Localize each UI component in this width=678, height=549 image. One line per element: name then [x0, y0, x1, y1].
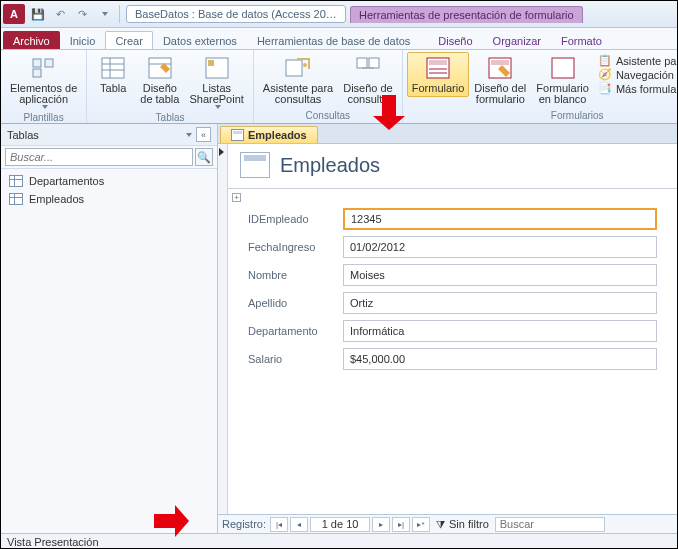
- field-input-fechaingreso[interactable]: [343, 236, 657, 258]
- form-button[interactable]: Formulario: [407, 52, 470, 97]
- doc-tab-label: Empleados: [248, 129, 307, 141]
- document-tabs: Empleados: [218, 124, 677, 144]
- field-input-apellido[interactable]: [343, 292, 657, 314]
- field-label: Salario: [248, 353, 343, 365]
- svg-rect-11: [286, 60, 302, 76]
- nav-header-label: Tablas: [7, 129, 39, 141]
- client-area: Empleados Empleados + IDEmpleadoFechaIng…: [218, 124, 677, 533]
- field-row: FechaIngreso: [248, 236, 657, 258]
- nav-search-input[interactable]: [5, 148, 193, 166]
- save-icon[interactable]: 💾: [29, 5, 47, 23]
- nav-search: 🔍: [1, 146, 217, 169]
- filter-indicator[interactable]: ⧩ Sin filtro: [436, 518, 489, 531]
- field-row: Nombre: [248, 264, 657, 286]
- query-design-button[interactable]: Diseño de consulta: [338, 52, 398, 108]
- nav-item-empleados[interactable]: Empleados: [5, 190, 213, 208]
- svg-rect-22: [552, 58, 574, 78]
- field-row: Salario: [248, 348, 657, 370]
- nav-item-label: Empleados: [29, 193, 84, 205]
- doc-tab-empleados[interactable]: Empleados: [220, 126, 318, 143]
- more-forms-label: Más formularios: [616, 83, 678, 95]
- blank-form-button[interactable]: Formulario en blanco: [531, 52, 594, 108]
- form-wizard-label: Asistente para formularios: [616, 55, 678, 67]
- table-design-button[interactable]: Diseño de tabla: [135, 52, 184, 108]
- svg-rect-21: [491, 60, 509, 65]
- record-selector-bar[interactable]: [218, 144, 228, 514]
- prev-record-button[interactable]: ◂: [290, 517, 308, 532]
- field-label: Apellido: [248, 297, 343, 309]
- tab-database-tools[interactable]: Herramientas de base de datos: [247, 31, 420, 49]
- sharepoint-label: Listas SharePoint: [189, 83, 243, 105]
- form-design-label: Diseño del formulario: [474, 83, 526, 105]
- field-input-salario[interactable]: [343, 348, 657, 370]
- form-title: Empleados: [280, 154, 380, 177]
- expand-subform-icon[interactable]: +: [232, 193, 241, 202]
- table-icon: [9, 175, 23, 187]
- query-wizard-button[interactable]: Asistente para consultas: [258, 52, 338, 108]
- tab-home[interactable]: Inicio: [60, 31, 106, 49]
- ribbon-tabs: Archivo Inicio Crear Datos externos Herr…: [1, 28, 677, 50]
- navigation-label: Navegación: [616, 69, 674, 81]
- svg-rect-17: [429, 60, 447, 65]
- tab-file[interactable]: Archivo: [3, 31, 60, 49]
- next-record-button[interactable]: ▸: [372, 517, 390, 532]
- nav-dropdown-icon[interactable]: [186, 133, 192, 137]
- record-position[interactable]: 1 de 10: [310, 517, 370, 532]
- form-view: Empleados + IDEmpleadoFechaIngresoNombre…: [218, 144, 677, 514]
- app-parts-icon: [30, 55, 58, 81]
- navigation-button[interactable]: 🧭Navegación: [598, 68, 678, 81]
- field-input-idempleado[interactable]: [343, 208, 657, 230]
- svg-rect-13: [357, 58, 367, 68]
- svg-rect-10: [208, 60, 214, 66]
- sharepoint-icon: [203, 55, 231, 81]
- current-record-indicator-icon: [219, 148, 224, 156]
- field-label: Departamento: [248, 325, 343, 337]
- filter-icon: ⧩: [436, 518, 445, 531]
- tab-create[interactable]: Crear: [105, 31, 153, 49]
- nav-header[interactable]: Tablas «: [1, 124, 217, 146]
- nav-item-departamentos[interactable]: Departamentos: [5, 172, 213, 190]
- first-record-button[interactable]: |◂: [270, 517, 288, 532]
- svg-rect-1: [45, 59, 53, 67]
- field-row: Apellido: [248, 292, 657, 314]
- sharepoint-lists-button[interactable]: Listas SharePoint: [184, 52, 248, 112]
- status-text: Vista Presentación: [7, 536, 99, 548]
- form-design-button[interactable]: Diseño del formulario: [469, 52, 531, 108]
- undo-icon[interactable]: ↶: [51, 5, 69, 23]
- svg-rect-3: [102, 58, 124, 78]
- tab-organize[interactable]: Organizar: [483, 31, 551, 49]
- tab-design[interactable]: Diseño: [428, 31, 482, 49]
- redo-icon[interactable]: ↷: [73, 5, 91, 23]
- svg-rect-14: [369, 58, 379, 68]
- window-title: BaseDatos : Base de datos (Access 2007 -…: [126, 5, 346, 23]
- qat-customize-icon[interactable]: [95, 5, 113, 23]
- field-label: FechaIngreso: [248, 241, 343, 253]
- table-design-label: Diseño de tabla: [140, 83, 179, 105]
- nav-collapse-icon[interactable]: «: [196, 127, 211, 142]
- query-wizard-icon: [284, 55, 312, 81]
- field-label: Nombre: [248, 269, 343, 281]
- new-record-button[interactable]: ▸*: [412, 517, 430, 532]
- last-record-button[interactable]: ▸|: [392, 517, 410, 532]
- recnav-search-input[interactable]: [495, 517, 605, 532]
- field-label: IDEmpleado: [248, 213, 343, 225]
- blank-form-icon: [549, 55, 577, 81]
- query-wizard-label: Asistente para consultas: [263, 83, 333, 105]
- query-design-label: Diseño de consulta: [343, 83, 393, 105]
- form-wizard-button[interactable]: 📋Asistente para formularios: [598, 54, 678, 67]
- search-icon[interactable]: 🔍: [195, 148, 213, 166]
- app-parts-label: Elementos de aplicación: [10, 83, 77, 105]
- title-bar: A 💾 ↶ ↷ BaseDatos : Base de datos (Acces…: [1, 1, 677, 28]
- nav-item-label: Departamentos: [29, 175, 104, 187]
- query-design-icon: [354, 55, 382, 81]
- app-parts-button[interactable]: Elementos de aplicación: [5, 52, 82, 112]
- field-input-nombre[interactable]: [343, 264, 657, 286]
- table-label: Tabla: [100, 83, 126, 94]
- field-input-departamento[interactable]: [343, 320, 657, 342]
- status-bar: Vista Presentación: [1, 533, 677, 549]
- table-button[interactable]: Tabla: [91, 52, 135, 97]
- tab-format[interactable]: Formato: [551, 31, 612, 49]
- tab-external-data[interactable]: Datos externos: [153, 31, 247, 49]
- group-forms-label: Formularios: [407, 110, 678, 123]
- more-forms-button[interactable]: 📑Más formularios: [598, 82, 678, 95]
